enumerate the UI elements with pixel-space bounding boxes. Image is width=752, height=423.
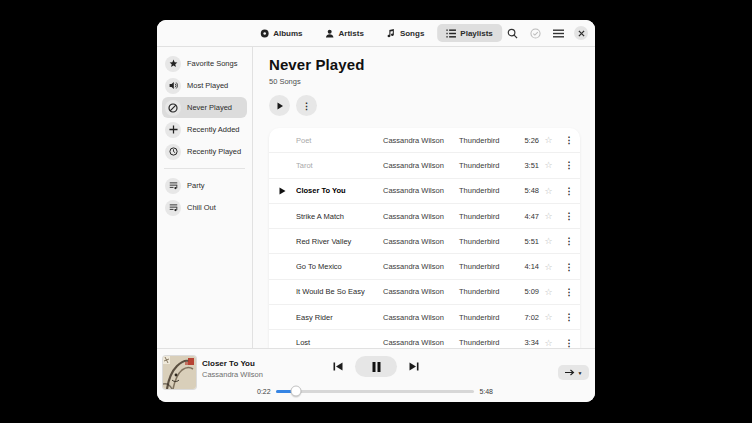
- select-circle-icon: [530, 28, 541, 39]
- song-artist: Cassandra Wilson: [383, 212, 459, 221]
- song-menu-button[interactable]: ⋮: [558, 338, 580, 348]
- favorite-star-icon[interactable]: ☆: [539, 287, 558, 297]
- favorite-star-icon[interactable]: ☆: [539, 135, 558, 145]
- tab-albums[interactable]: Albums: [250, 24, 311, 42]
- song-title: It Would Be So Easy: [296, 287, 383, 296]
- song-title: Red River Valley: [296, 237, 383, 246]
- headerbar: Albums Artists Songs Playlists: [157, 20, 595, 47]
- song-row[interactable]: Strike A Match Cassandra Wilson Thunderb…: [269, 204, 580, 229]
- hamburger-icon: [553, 29, 564, 38]
- next-track-button[interactable]: [409, 362, 419, 371]
- favorite-star-icon[interactable]: ☆: [539, 211, 558, 221]
- song-row[interactable]: Poet Cassandra Wilson Thunderbird 5:26 ☆…: [269, 128, 580, 153]
- song-album: Thunderbird: [459, 313, 523, 322]
- song-album: Thunderbird: [459, 136, 523, 145]
- tab-songs[interactable]: Songs: [377, 24, 433, 42]
- song-row[interactable]: Go To Mexico Cassandra Wilson Thunderbir…: [269, 254, 580, 279]
- page-title: Never Played: [269, 56, 580, 73]
- sidebar-item-never-played[interactable]: Never Played: [162, 97, 247, 118]
- song-album: Thunderbird: [459, 186, 523, 195]
- song-menu-button[interactable]: ⋮: [558, 186, 580, 196]
- sidebar-item-most-played[interactable]: Most Played: [162, 75, 247, 96]
- song-album: Thunderbird: [459, 262, 523, 271]
- progress-row: 0:22 5:48: [257, 385, 493, 397]
- playlist-icon: [165, 178, 181, 194]
- sidebar-item-recently-played[interactable]: Recently Played: [162, 141, 247, 162]
- song-menu-button[interactable]: ⋮: [558, 135, 580, 145]
- sidebar-item-party[interactable]: Party: [162, 175, 247, 196]
- artists-icon: [325, 28, 335, 38]
- playlist-more-button[interactable]: ⋮: [296, 95, 317, 116]
- playlist-play-button[interactable]: [269, 95, 290, 116]
- previous-track-button[interactable]: [333, 362, 343, 371]
- songs-icon: [386, 28, 396, 38]
- menu-button[interactable]: [551, 26, 565, 40]
- song-duration: 5:09: [523, 287, 539, 296]
- favorite-star-icon[interactable]: ☆: [539, 262, 558, 272]
- song-duration: 5:51: [523, 237, 539, 246]
- song-menu-button[interactable]: ⋮: [558, 287, 580, 297]
- song-row[interactable]: Lost Cassandra Wilson Thunderbird 3:34 ☆…: [269, 330, 580, 348]
- song-row[interactable]: Red River Valley Cassandra Wilson Thunde…: [269, 229, 580, 254]
- sidebar-item-recently-added[interactable]: Recently Added: [162, 119, 247, 140]
- music-app-window: Albums Artists Songs Playlists Favorite …: [157, 20, 595, 402]
- smart-playlists-list: Favorite Songs Most Played Never Played …: [157, 53, 252, 162]
- favorite-star-icon[interactable]: ☆: [539, 312, 558, 322]
- close-button[interactable]: [574, 26, 588, 40]
- playlists-icon: [446, 28, 456, 38]
- song-duration: 5:26: [523, 136, 539, 145]
- view-switcher: Albums Artists Songs Playlists: [250, 24, 502, 42]
- close-icon: [578, 30, 585, 37]
- consecutive-play-icon: [565, 369, 575, 376]
- song-title: Poet: [296, 136, 383, 145]
- tab-artists[interactable]: Artists: [316, 24, 373, 42]
- song-row[interactable]: Closer To You Cassandra Wilson Thunderbi…: [269, 179, 580, 204]
- song-menu-button[interactable]: ⋮: [558, 211, 580, 221]
- favorite-star-icon[interactable]: ☆: [539, 338, 558, 348]
- song-title: Lost: [296, 338, 383, 347]
- sidebar-item-chill-out[interactable]: Chill Out: [162, 197, 247, 218]
- speaker-icon: [165, 78, 181, 94]
- song-title: Closer To You: [296, 186, 383, 195]
- song-row[interactable]: It Would Be So Easy Cassandra Wilson Thu…: [269, 280, 580, 305]
- song-title: Go To Mexico: [296, 262, 383, 271]
- song-menu-button[interactable]: ⋮: [558, 160, 580, 170]
- song-row[interactable]: Easy Rider Cassandra Wilson Thunderbird …: [269, 305, 580, 330]
- never-played-icon: [165, 100, 181, 116]
- total-time: 5:48: [479, 388, 493, 395]
- playlist-icon: [165, 200, 181, 216]
- elapsed-time: 0:22: [257, 388, 271, 395]
- pause-button[interactable]: [355, 356, 397, 377]
- song-title: Tarot: [296, 161, 383, 170]
- song-duration: 3:34: [523, 338, 539, 347]
- song-list: Poet Cassandra Wilson Thunderbird 5:26 ☆…: [269, 128, 580, 348]
- song-duration: 3:51: [523, 161, 539, 170]
- header-actions: [505, 26, 588, 40]
- repeat-mode-button[interactable]: ▼: [558, 365, 589, 380]
- search-button[interactable]: [505, 26, 519, 40]
- song-artist: Cassandra Wilson: [383, 186, 459, 195]
- favorite-star-icon[interactable]: ☆: [539, 236, 558, 246]
- song-duration: 4:14: [523, 262, 539, 271]
- song-duration: 4:47: [523, 212, 539, 221]
- song-menu-button[interactable]: ⋮: [558, 262, 580, 272]
- song-menu-button[interactable]: ⋮: [558, 236, 580, 246]
- playlists-sidebar: Favorite Songs Most Played Never Played …: [157, 47, 253, 348]
- favorite-star-icon[interactable]: ☆: [539, 160, 558, 170]
- tab-playlists[interactable]: Playlists: [437, 24, 501, 42]
- sidebar-item-favorite-songs[interactable]: Favorite Songs: [162, 53, 247, 74]
- song-menu-button[interactable]: ⋮: [558, 312, 580, 322]
- seek-bar[interactable]: [276, 390, 475, 393]
- favorite-star-icon[interactable]: ☆: [539, 186, 558, 196]
- seek-handle[interactable]: [290, 386, 301, 397]
- song-artist: Cassandra Wilson: [383, 237, 459, 246]
- song-artist: Cassandra Wilson: [383, 262, 459, 271]
- song-album: Thunderbird: [459, 237, 523, 246]
- song-artist: Cassandra Wilson: [383, 136, 459, 145]
- user-playlists-list: Party Chill Out: [157, 175, 252, 218]
- song-row[interactable]: Tarot Cassandra Wilson Thunderbird 3:51 …: [269, 153, 580, 178]
- desktop-background: Albums Artists Songs Playlists Favorite …: [0, 0, 752, 423]
- sidebar-separator: [164, 168, 245, 169]
- song-album: Thunderbird: [459, 338, 523, 347]
- song-album: Thunderbird: [459, 212, 523, 221]
